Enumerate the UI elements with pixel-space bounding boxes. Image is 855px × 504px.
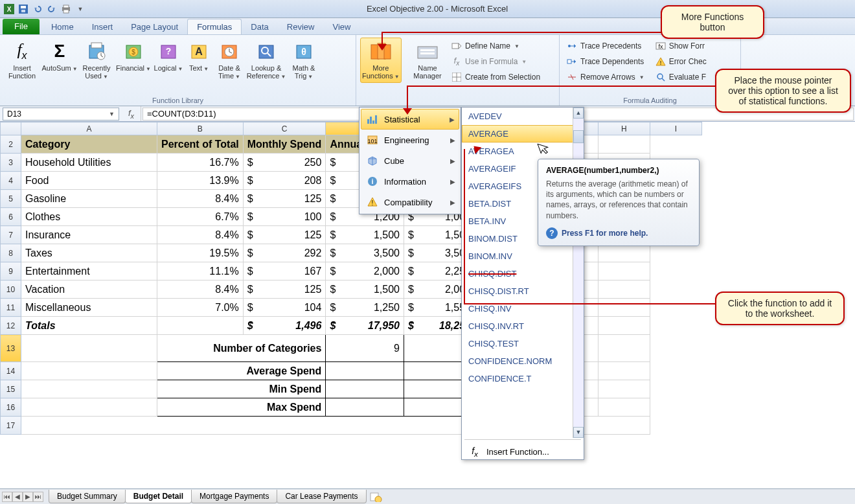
trace-dependents-button[interactable]: Trace Dependents <box>564 54 647 69</box>
row-header[interactable]: 2 <box>1 135 21 154</box>
col-header[interactable]: B <box>157 122 244 135</box>
undo-icon[interactable] <box>31 3 44 16</box>
data-cell[interactable]: $125 <box>243 281 326 299</box>
data-cell[interactable]: Vacation <box>21 281 157 299</box>
data-cell[interactable]: $2,000 <box>326 262 404 281</box>
tab-data[interactable]: Data <box>242 19 277 34</box>
define-name-button[interactable]: Define Name▼ <box>448 39 543 53</box>
data-cell[interactable]: 19.5% <box>157 244 244 262</box>
data-cell[interactable]: Insurance <box>21 226 157 244</box>
data-cell[interactable]: $1,250 <box>326 299 404 317</box>
row-header[interactable]: 16 <box>1 398 21 417</box>
row-header[interactable]: 17 <box>1 417 21 435</box>
row-header[interactable]: 3 <box>1 154 21 172</box>
tab-formulas[interactable]: Formulas <box>187 19 242 34</box>
sheet-tab[interactable]: Car Lease Payments <box>277 490 366 503</box>
scroll-up-icon[interactable]: ▲ <box>573 108 584 119</box>
data-cell[interactable]: $250 <box>243 154 326 172</box>
header-cell[interactable]: Percent of Total <box>157 135 244 154</box>
data-cell[interactable]: $125 <box>243 190 326 208</box>
qat-customize-icon[interactable]: ▼ <box>74 3 87 16</box>
row-header[interactable]: 8 <box>1 244 21 262</box>
autosum-button[interactable]: Σ AutoSum▼ <box>41 38 78 75</box>
scroll-thumb[interactable] <box>573 130 584 143</box>
menu-item-compatibility[interactable]: ! Compatibility▶ <box>361 192 459 212</box>
data-cell[interactable]: Min Spend <box>157 380 326 398</box>
data-cell[interactable]: Clothes <box>21 208 157 226</box>
use-in-formula-button[interactable]: fxUse in Formula▼ <box>448 54 543 69</box>
data-cell[interactable]: Entertainment <box>21 262 157 281</box>
col-header[interactable]: I <box>650 122 701 135</box>
data-cell[interactable]: 6.7% <box>157 208 244 226</box>
save-icon[interactable] <box>17 3 30 16</box>
data-cell[interactable]: $292 <box>243 244 326 262</box>
insert-function-menu-item[interactable]: fx Insert Function... <box>462 441 584 462</box>
data-cell[interactable]: 11.1% <box>157 262 244 281</box>
row-header[interactable]: 13 <box>1 335 21 362</box>
menu-item-information[interactable]: i Information▶ <box>361 171 459 192</box>
lookup-reference-button[interactable]: Lookup & Reference▼ <box>246 38 286 83</box>
row-header[interactable]: 4 <box>1 172 21 190</box>
remove-arrows-button[interactable]: Remove Arrows▼ <box>564 70 647 84</box>
data-cell[interactable]: $100 <box>243 208 326 226</box>
financial-button[interactable]: $ Financial▼ <box>115 38 152 75</box>
function-item[interactable]: AVERAGE <box>462 125 584 143</box>
recently-used-button[interactable]: Recently Used▼ <box>79 38 114 83</box>
col-header[interactable]: A <box>21 122 157 135</box>
function-item[interactable]: AVERAGEA <box>462 143 584 160</box>
function-item[interactable]: BINOM.INV <box>462 247 584 265</box>
function-item[interactable]: CONFIDENCE.NORM <box>462 352 584 370</box>
col-header[interactable]: C <box>243 122 326 135</box>
data-cell[interactable]: Number of Categories <box>157 335 326 362</box>
data-cell[interactable]: Average Spend <box>157 362 326 380</box>
header-cell[interactable]: Monthly Spend <box>243 135 326 154</box>
menu-item-cube[interactable]: Cube▶ <box>361 150 459 171</box>
data-cell[interactable]: $125 <box>243 226 326 244</box>
tab-page-layout[interactable]: Page Layout <box>122 19 187 34</box>
create-from-selection-button[interactable]: Create from Selection <box>448 70 543 84</box>
data-cell[interactable]: $208 <box>243 172 326 190</box>
row-header[interactable]: 6 <box>1 208 21 226</box>
date-time-button[interactable]: Date & Time▼ <box>214 38 245 83</box>
error-checking-button[interactable]: !Error Chec <box>652 54 709 69</box>
data-cell[interactable]: 16.7% <box>157 154 244 172</box>
menu-item-engineering[interactable]: 101 Engineering▶ <box>361 130 459 150</box>
data-cell[interactable]: $1,496 <box>243 317 326 335</box>
sheet-nav-first-icon[interactable]: ⏮ <box>2 492 12 502</box>
data-cell[interactable]: Food <box>21 172 157 190</box>
math-trig-button[interactable]: θ Math & Trig▼ <box>288 38 320 83</box>
tab-home[interactable]: Home <box>42 19 83 34</box>
data-cell[interactable]: Max Spend <box>157 398 326 417</box>
row-header[interactable]: 5 <box>1 190 21 208</box>
print-icon[interactable] <box>60 3 73 16</box>
redo-icon[interactable] <box>45 3 58 16</box>
data-cell[interactable]: 7.0% <box>157 299 244 317</box>
selected-cell[interactable]: 9 <box>326 335 404 362</box>
insert-function-button[interactable]: fx Insert Function <box>4 38 40 82</box>
data-cell[interactable]: $3,500 <box>326 244 404 262</box>
logical-button[interactable]: ? Logical▼ <box>153 38 184 75</box>
function-item[interactable]: CHISQ.INV.RT <box>462 317 584 335</box>
scroll-down-icon[interactable]: ▼ <box>573 427 584 438</box>
data-cell[interactable]: Gasoline <box>21 190 157 208</box>
tab-insert[interactable]: Insert <box>83 19 122 34</box>
sheet-tab[interactable]: Mortgage Payments <box>191 490 277 503</box>
name-box[interactable]: D13▼ <box>3 108 119 120</box>
sheet-tab[interactable]: Budget Detail <box>125 490 192 503</box>
data-cell[interactable]: Taxes <box>21 244 157 262</box>
row-header[interactable]: 12 <box>1 317 21 335</box>
text-button[interactable]: A Text▼ <box>185 38 212 75</box>
data-cell[interactable]: $104 <box>243 299 326 317</box>
function-item[interactable]: AVEDEV <box>462 108 584 125</box>
sheet-nav-next-icon[interactable]: ▶ <box>23 492 33 502</box>
data-cell[interactable]: $1,500 <box>326 226 404 244</box>
trace-precedents-button[interactable]: Trace Precedents <box>564 39 647 53</box>
sheet-tab[interactable]: Budget Summary <box>49 490 126 503</box>
data-cell[interactable]: 8.4% <box>157 190 244 208</box>
function-item[interactable]: CHISQ.DIST <box>462 265 584 282</box>
fx-button[interactable]: fx <box>122 106 141 121</box>
tab-file[interactable]: File <box>3 19 40 34</box>
row-header[interactable]: 10 <box>1 281 21 299</box>
excel-icon[interactable]: X <box>3 3 16 16</box>
evaluate-formula-button[interactable]: Evaluate F <box>652 70 709 84</box>
